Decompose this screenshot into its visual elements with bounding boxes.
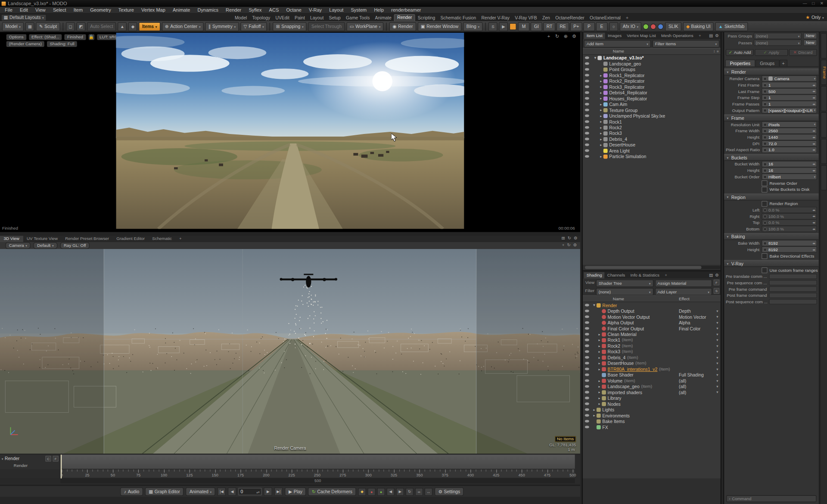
- effect-dropdown-arrow-icon[interactable]: ▼: [716, 327, 719, 330]
- effect-dropdown-arrow-icon[interactable]: ▼: [716, 379, 719, 382]
- layout-tab-setup[interactable]: Setup: [326, 15, 343, 21]
- dropdown-arrow-icon[interactable]: ▾: [814, 109, 815, 112]
- shader-row-final-color-output[interactable]: Final Color OutputFinal Color▼: [583, 326, 721, 331]
- transport-range-icon[interactable]: ↔: [425, 488, 432, 495]
- gear-icon[interactable]: ⚙: [715, 273, 719, 277]
- item-panel-tab-images[interactable]: Images: [605, 33, 624, 39]
- field-bake-width[interactable]: 8192◂▸: [762, 240, 817, 246]
- viewport-tab-render-preset-browser[interactable]: Render Preset Browser: [62, 236, 113, 242]
- transport-next-key-icon[interactable]: ▶: [396, 488, 404, 495]
- expand-arrow-icon[interactable]: ▼: [592, 303, 597, 307]
- field-frame-width[interactable]: 2560◂▸: [762, 128, 817, 134]
- menu-item-v-ray[interactable]: V-Ray: [305, 7, 326, 13]
- command-input[interactable]: › Command: [726, 495, 816, 502]
- menu-item-syflex[interactable]: Syflex: [245, 7, 265, 13]
- input-post-frame-command[interactable]: [769, 293, 817, 298]
- menu-item-layout[interactable]: Layout: [326, 7, 347, 13]
- spinner-arrows-icon[interactable]: ◂▸: [812, 162, 815, 165]
- field-last-frame[interactable]: 500◂▸: [762, 88, 817, 94]
- channel-dot-icon[interactable]: [763, 135, 767, 139]
- step-back-icon[interactable]: ◀: [228, 487, 236, 496]
- field-bottom[interactable]: 100.0 %◂▸: [762, 226, 817, 232]
- menu-item-renderbeamer[interactable]: renderbeamer: [388, 7, 425, 13]
- item-panel-tab-add-button[interactable]: +: [696, 33, 704, 39]
- visibility-eye-icon[interactable]: [585, 126, 589, 129]
- effect-dropdown-arrow-icon[interactable]: ▼: [716, 385, 719, 388]
- menu-item-geometry[interactable]: Geometry: [87, 7, 115, 13]
- raygl-toggle[interactable]: Ray GL: Off: [60, 242, 90, 249]
- visibility-eye-icon[interactable]: [585, 327, 589, 330]
- expand-arrow-icon[interactable]: ▸: [597, 396, 602, 400]
- section-header-baking[interactable]: ▼Baking: [724, 233, 818, 240]
- section-header-render[interactable]: ▼Render: [724, 68, 818, 75]
- layout-tab-topology[interactable]: Topology: [249, 15, 273, 21]
- orbit-icon[interactable]: ↻: [567, 243, 570, 247]
- expand-arrow-icon[interactable]: ▸: [597, 349, 602, 354]
- slik-button[interactable]: SLIK: [665, 22, 681, 31]
- spinner-arrows-icon[interactable]: ◂▸: [812, 90, 815, 93]
- spinner-arrows-icon[interactable]: ◂▸: [812, 96, 815, 99]
- channel-dot-icon[interactable]: [763, 168, 767, 172]
- transport-prev-key-icon[interactable]: ◀: [387, 488, 395, 495]
- shader-row-rock1[interactable]: ▸Rock1(Item)▼: [583, 337, 721, 342]
- falloff-button[interactable]: ▽Falloff▾: [240, 22, 267, 31]
- visibility-eye-icon[interactable]: [585, 56, 589, 59]
- expand-arrow-icon[interactable]: ▸: [599, 131, 603, 135]
- visibility-eye-icon[interactable]: [585, 362, 589, 364]
- channel-dot-icon[interactable]: [763, 221, 767, 224]
- expand-arrow-icon[interactable]: ▸: [597, 401, 602, 406]
- toolbar-p-button[interactable]: P: [583, 22, 595, 31]
- shader-row-debris-4[interactable]: ▸Debris_4(Item)▼: [583, 355, 721, 360]
- sculpt-button[interactable]: ✎Sculpt: [36, 22, 60, 31]
- visibility-eye-icon[interactable]: [585, 310, 589, 312]
- current-frame-field[interactable]: 0▴▾: [239, 488, 262, 495]
- menu-item-texture[interactable]: Texture: [115, 7, 137, 13]
- spinner-arrows-icon[interactable]: ◂▸: [812, 215, 815, 218]
- layout-tab-layout[interactable]: Layout: [308, 15, 326, 21]
- shader-row-alpha-output[interactable]: Alpha OutputAlpha▼: [583, 320, 721, 325]
- menu-item-select[interactable]: Select: [49, 7, 70, 13]
- channel-dot-icon[interactable]: [763, 102, 767, 106]
- visibility-eye-icon[interactable]: [585, 62, 589, 65]
- expand-arrow-icon[interactable]: ▸: [597, 332, 602, 336]
- preview-effect-dropdown[interactable]: Effect: (Shad...: [29, 34, 62, 40]
- visibility-eye-icon[interactable]: [585, 91, 589, 94]
- shading-panel-tab-shading[interactable]: Shading: [584, 272, 605, 279]
- field-resolution-unit[interactable]: Pixels▾: [762, 121, 817, 128]
- new-pass-button[interactable]: New: [803, 40, 817, 46]
- toolbar-e-button[interactable]: E: [596, 22, 607, 31]
- step-forward-icon[interactable]: ▶: [264, 487, 272, 496]
- field-pixel-aspect-ratio[interactable]: 1.0◂▸: [762, 146, 817, 153]
- visibility-eye-icon[interactable]: [585, 373, 589, 376]
- expand-arrow-icon[interactable]: ▸: [597, 355, 602, 360]
- transport-auto-key-icon[interactable]: ●: [367, 488, 375, 495]
- transport-keyframe-toggle-icon[interactable]: ◆: [358, 488, 366, 495]
- add-viewport-tab-button[interactable]: +: [176, 236, 186, 242]
- item-row-houses-replicator[interactable]: ▸Houses_Replicator: [583, 96, 721, 101]
- symmetry-button[interactable]: ∥Symmetry▾: [205, 22, 239, 31]
- expand-arrow-icon[interactable]: ▸: [597, 379, 602, 383]
- visibility-eye-icon[interactable]: [585, 143, 589, 146]
- spinner-arrows-icon[interactable]: ◂▸: [812, 242, 815, 245]
- visibility-eye-icon[interactable]: [585, 339, 589, 341]
- pass-groups-dropdown[interactable]: (none)▾: [754, 33, 802, 39]
- item-row-debris-4[interactable]: ▸Debris_4: [583, 136, 721, 142]
- only-toggle[interactable]: ★ Only ▾: [805, 15, 824, 20]
- viewport-shading-dropdown[interactable]: Default▾: [34, 242, 58, 249]
- play-button[interactable]: ▶Play: [285, 487, 306, 496]
- layout-tab-paint[interactable]: Paint: [292, 15, 308, 21]
- visibility-eye-icon[interactable]: [585, 379, 589, 382]
- expand-arrow-icon[interactable]: ▸: [599, 154, 603, 159]
- shading-panel-tab-add-button[interactable]: +: [662, 272, 670, 279]
- visibility-eye-icon[interactable]: [585, 426, 589, 428]
- gear-icon[interactable]: ⚙: [715, 33, 719, 38]
- layout-tab-game-tools[interactable]: Game Tools: [343, 15, 373, 21]
- s-toggle-button[interactable]: S: [488, 22, 497, 31]
- shader-row-base-shader[interactable]: Base ShaderFull Shading▼: [583, 372, 721, 377]
- input-pre-translate-comm[interactable]: [769, 274, 817, 279]
- effect-dropdown-arrow-icon[interactable]: ▼: [716, 315, 719, 318]
- shader-row-library[interactable]: ▸Library: [583, 395, 721, 401]
- channel-dot-icon[interactable]: [763, 227, 767, 231]
- graph-editor-button[interactable]: ▦Graph Editor: [145, 487, 184, 496]
- shader-row-nodes[interactable]: ▸Nodes: [583, 401, 721, 407]
